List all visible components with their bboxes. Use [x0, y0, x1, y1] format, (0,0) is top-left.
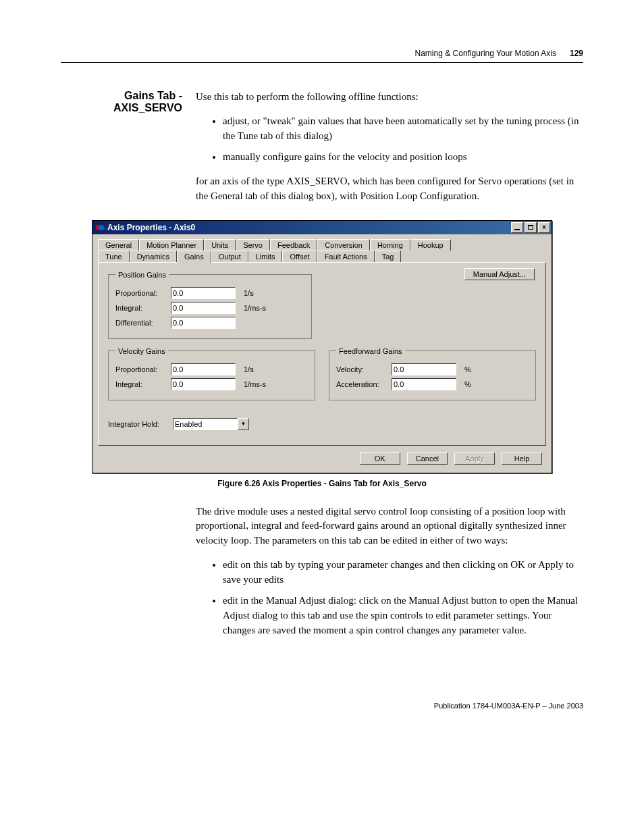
apply-button[interactable]: Apply — [454, 452, 495, 465]
field-label: Integral: — [115, 380, 167, 388]
tab-gains[interactable]: Gains — [177, 251, 211, 263]
bullet-item: manually configure gains for the velocit… — [223, 150, 583, 165]
velocity-gains-group: Velocity Gains Proportional: 1/s Integra… — [108, 347, 315, 400]
tab-tune[interactable]: Tune — [98, 251, 130, 263]
position-gains-group: Position Gains Proportional: 1/s Integra… — [108, 271, 312, 339]
cancel-button[interactable]: Cancel — [407, 452, 448, 465]
axis-properties-dialog: Axis Properties - Axis0 × General Motion… — [92, 220, 552, 473]
page-footer: Publication 1784-UM003A-EN-P – June 2003 — [61, 702, 583, 710]
ff-acceleration-input[interactable] — [392, 378, 456, 390]
top-bullet-list: adjust, or "tweak" gain values that have… — [196, 114, 583, 165]
tab-servo[interactable]: Servo — [236, 239, 270, 251]
tab-offset[interactable]: Offset — [282, 251, 317, 263]
unit-label: % — [464, 365, 471, 373]
context-para: for an axis of the type AXIS_SERVO, whic… — [196, 174, 583, 204]
position-integral-input[interactable] — [171, 302, 236, 314]
group-legend: Velocity Gains — [115, 347, 168, 355]
field-label: Acceleration: — [336, 380, 387, 388]
lower-bullet-list: edit on this tab by typing your paramete… — [196, 558, 583, 638]
figure-caption: Figure 6.26 Axis Properties - Gains Tab … — [61, 479, 583, 488]
svg-point-1 — [99, 225, 104, 230]
unit-label: 1/s — [244, 365, 254, 373]
position-differential-input[interactable] — [171, 317, 236, 329]
tab-units[interactable]: Units — [204, 239, 236, 251]
section-heading: Gains Tab - AXIS_SERVO — [61, 90, 182, 213]
tab-general[interactable]: General — [98, 239, 139, 251]
unit-label: 1/s — [244, 289, 254, 297]
titlebar: Axis Properties - Axis0 × — [92, 221, 552, 234]
ok-button[interactable]: OK — [360, 452, 400, 465]
tab-hookup[interactable]: Hookup — [410, 239, 451, 251]
field-label: Proportional: — [115, 365, 167, 373]
lower-para: The drive module uses a nested digital s… — [196, 504, 583, 548]
field-label: Velocity: — [336, 365, 387, 373]
tab-strip: General Motion Planner Units Servo Feedb… — [92, 234, 552, 446]
minimize-button[interactable] — [511, 222, 523, 233]
tab-motion-planner[interactable]: Motion Planner — [139, 239, 204, 251]
unit-label: % — [464, 380, 471, 388]
field-label: Proportional: — [115, 289, 167, 297]
tab-dynamics[interactable]: Dynamics — [130, 251, 177, 263]
group-legend: Position Gains — [115, 271, 169, 279]
page-header: Naming & Configuring Your Motion Axis 12… — [61, 49, 583, 63]
tab-conversion[interactable]: Conversion — [317, 239, 370, 251]
tab-fault-actions[interactable]: Fault Actions — [317, 251, 375, 263]
tab-limits[interactable]: Limits — [248, 251, 283, 263]
header-chapter: Naming & Configuring Your Motion Axis — [415, 49, 556, 58]
manual-adjust-button[interactable]: Manual Adjust... — [464, 268, 535, 280]
bullet-item: adjust, or "tweak" gain values that have… — [223, 114, 583, 144]
velocity-proportional-input[interactable] — [171, 363, 236, 375]
chevron-down-icon[interactable]: ▼ — [238, 418, 249, 430]
field-label: Integral: — [115, 304, 167, 312]
integrator-hold-value[interactable] — [173, 418, 238, 430]
tab-homing[interactable]: Homing — [370, 239, 410, 251]
tab-feedback[interactable]: Feedback — [270, 239, 317, 251]
feedforward-gains-group: Feedforward Gains Velocity: % Accelerati… — [329, 347, 536, 400]
intro-para: Use this tab to perform the following of… — [196, 90, 583, 105]
dialog-title: Axis Properties - Axis0 — [107, 223, 195, 232]
group-legend: Feedforward Gains — [336, 347, 405, 355]
header-pagenum: 129 — [570, 49, 583, 58]
unit-label: 1/ms-s — [244, 304, 266, 312]
app-icon — [95, 223, 105, 232]
bullet-item: edit on this tab by typing your paramete… — [223, 558, 583, 588]
ff-velocity-input[interactable] — [392, 363, 456, 375]
bullet-item: edit in the Manual Adjust dialog: click … — [223, 594, 583, 637]
integrator-hold-label: Integrator Hold: — [108, 420, 169, 428]
help-button[interactable]: Help — [502, 452, 542, 465]
tab-body: Manual Adjust... Position Gains Proporti… — [98, 262, 546, 446]
dialog-buttons: OK Cancel Apply Help — [92, 446, 552, 473]
velocity-integral-input[interactable] — [171, 378, 236, 390]
close-button[interactable]: × — [538, 222, 550, 233]
tab-tag[interactable]: Tag — [375, 251, 402, 263]
tab-output[interactable]: Output — [211, 251, 248, 263]
maximize-button[interactable] — [525, 222, 537, 233]
position-proportional-input[interactable] — [171, 287, 236, 299]
field-label: Differential: — [115, 319, 167, 327]
integrator-hold-select[interactable]: ▼ — [173, 418, 249, 430]
